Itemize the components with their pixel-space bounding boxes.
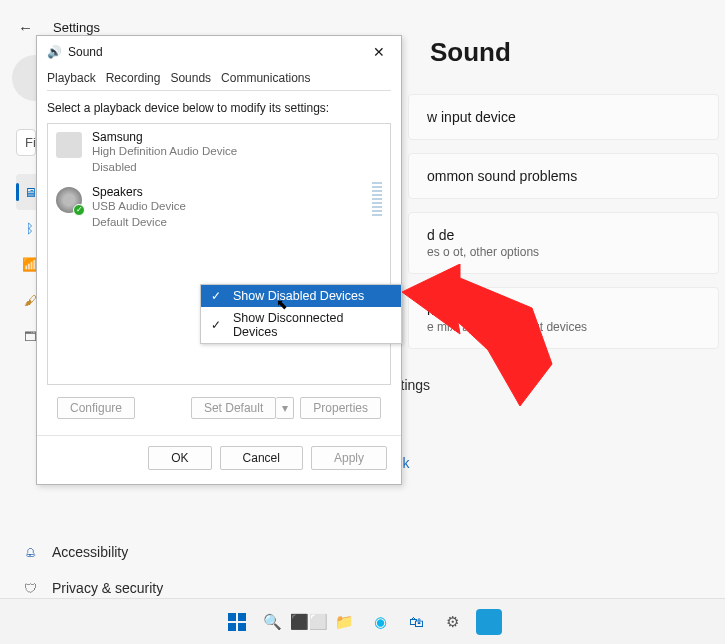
settings-row[interactable]: mixere mix, app input & put devices bbox=[408, 287, 719, 349]
configure-button[interactable]: Configure bbox=[57, 397, 135, 419]
set-default-dropdown[interactable]: ▾ bbox=[276, 397, 294, 419]
properties-button[interactable]: Properties bbox=[300, 397, 381, 419]
device-status: Disabled bbox=[92, 160, 237, 176]
device-sub: USB Audio Device bbox=[92, 199, 186, 215]
settings-row[interactable]: d dees o ot, other options bbox=[408, 212, 719, 274]
device-item[interactable]: Samsung High Definition Audio Device Dis… bbox=[48, 124, 390, 179]
row-primary: mixer bbox=[427, 302, 700, 318]
settings-title: Settings bbox=[53, 20, 100, 35]
context-label: Show Disabled Devices bbox=[233, 289, 364, 303]
speaker-icon: 🔊 bbox=[47, 45, 62, 59]
device-name: Samsung bbox=[92, 130, 237, 144]
dialog-instructions: Select a playback device below to modify… bbox=[47, 101, 391, 115]
taskbar: 🔍 ⬛⬜ 📁 ◉ 🛍 ⚙ bbox=[0, 598, 725, 644]
cursor-icon: ⬉ bbox=[276, 296, 288, 312]
back-icon[interactable]: ← bbox=[18, 19, 33, 36]
tab-communications[interactable]: Communications bbox=[221, 68, 310, 88]
volume-meter bbox=[372, 182, 382, 216]
row-primary: d de bbox=[427, 227, 700, 243]
row-primary: w input device bbox=[427, 109, 700, 125]
row-primary: ommon sound problems bbox=[427, 168, 700, 184]
context-menu-item[interactable]: ✓Show Disabled Devices bbox=[201, 285, 401, 307]
nav-icon: 🕭 bbox=[22, 545, 38, 560]
page-title: Sound bbox=[430, 37, 719, 68]
context-label: Show Disconnected Devices bbox=[233, 311, 391, 339]
sound-dialog: 🔊 Sound ✕ PlaybackRecordingSoundsCommuni… bbox=[36, 35, 402, 485]
taskview-icon[interactable]: ⬛⬜ bbox=[296, 609, 322, 635]
ok-button[interactable]: OK bbox=[148, 446, 211, 470]
settings-icon[interactable]: ⚙ bbox=[440, 609, 466, 635]
set-default-button[interactable]: Set Default bbox=[191, 397, 276, 419]
tab-sounds[interactable]: Sounds bbox=[170, 68, 211, 88]
settings-row[interactable]: w input device bbox=[408, 94, 719, 140]
device-icon bbox=[56, 132, 82, 158]
tab-recording[interactable]: Recording bbox=[106, 68, 161, 88]
sidebar-item-9[interactable] bbox=[16, 498, 266, 534]
context-menu: ✓Show Disabled Devices✓Show Disconnected… bbox=[200, 284, 402, 344]
device-status: Default Device bbox=[92, 215, 186, 231]
search-icon[interactable]: 🔍 bbox=[260, 609, 286, 635]
tab-playback[interactable]: Playback bbox=[47, 68, 96, 88]
nav-label: Privacy & security bbox=[52, 580, 163, 596]
device-name: Speakers bbox=[92, 185, 186, 199]
close-icon[interactable]: ✕ bbox=[367, 42, 391, 62]
settings-row[interactable]: ommon sound problems bbox=[408, 153, 719, 199]
device-list[interactable]: Samsung High Definition Audio Device Dis… bbox=[47, 123, 391, 385]
nav-label: Accessibility bbox=[52, 544, 128, 560]
row-secondary: es o ot, other options bbox=[427, 245, 700, 259]
check-icon: ✓ bbox=[211, 318, 223, 332]
check-icon: ✓ bbox=[211, 289, 223, 303]
start-button[interactable] bbox=[224, 609, 250, 635]
edge-icon[interactable]: ◉ bbox=[368, 609, 394, 635]
device-sub: High Definition Audio Device bbox=[92, 144, 237, 160]
sidebar-item-10[interactable]: 🕭Accessibility bbox=[16, 534, 266, 570]
cancel-button[interactable]: Cancel bbox=[220, 446, 303, 470]
dialog-title: Sound bbox=[68, 45, 103, 59]
apply-button[interactable]: Apply bbox=[311, 446, 387, 470]
nav-icon: 🛡 bbox=[22, 581, 38, 596]
app-icon[interactable] bbox=[476, 609, 502, 635]
context-menu-item[interactable]: ✓Show Disconnected Devices bbox=[201, 307, 401, 343]
explorer-icon[interactable]: 📁 bbox=[332, 609, 358, 635]
store-icon[interactable]: 🛍 bbox=[404, 609, 430, 635]
device-icon: ✓ bbox=[56, 187, 82, 213]
row-secondary: e mix, app input & put devices bbox=[427, 320, 700, 334]
search-input[interactable]: Fin bbox=[16, 129, 36, 156]
device-item[interactable]: ✓ Speakers USB Audio Device Default Devi… bbox=[48, 179, 390, 234]
